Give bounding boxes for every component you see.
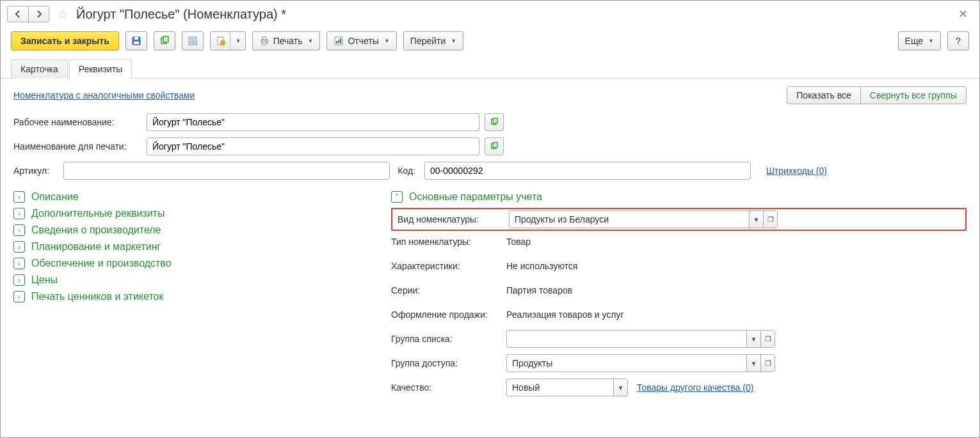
series-value: Партия товаров bbox=[506, 285, 572, 295]
access-group-value: Продукты bbox=[507, 355, 746, 372]
sale-processing-value: Реализация товаров и услуг bbox=[506, 309, 624, 320]
dropdown-button[interactable]: ▼ bbox=[613, 379, 627, 396]
working-name-input[interactable] bbox=[147, 113, 479, 131]
list-button[interactable] bbox=[182, 31, 204, 51]
dropdown-button[interactable]: ▼ bbox=[749, 211, 763, 228]
chevron-right-icon: › bbox=[13, 291, 25, 302]
help-button[interactable]: ? bbox=[947, 31, 969, 51]
open-icon: ❐ bbox=[765, 335, 771, 343]
quality-row: Качество: Новый ▼ Товары другого качеств… bbox=[391, 377, 967, 398]
nav-back-button[interactable] bbox=[8, 6, 28, 22]
list-group-select[interactable]: ▼ ❐ bbox=[506, 330, 775, 348]
arrow-left-icon bbox=[13, 9, 23, 19]
barcodes-link[interactable]: Штрихкоды (0) bbox=[766, 166, 827, 176]
dropdown-button[interactable]: ▼ bbox=[746, 331, 760, 347]
group-print-tags-label: Печать ценников и этикеток bbox=[31, 291, 163, 302]
copy-button[interactable] bbox=[154, 31, 175, 51]
report-icon bbox=[333, 36, 344, 46]
article-code-row: Артикул: Код: Штрихкоды (0) bbox=[13, 162, 967, 180]
nomenclature-kind-label: Вид номенклатуры: bbox=[394, 214, 509, 224]
nomenclature-type-row: Тип номенклатуры: Товар bbox=[391, 231, 967, 253]
nav-forward-button[interactable] bbox=[28, 6, 49, 22]
right-column: ˅ Основные параметры учета Вид номенклат… bbox=[391, 186, 967, 401]
goto-button[interactable]: Перейти ▼ bbox=[403, 31, 463, 51]
copy-icon bbox=[159, 36, 170, 46]
document-plus-icon bbox=[216, 36, 226, 46]
nomenclature-type-label: Тип номенклатуры: bbox=[391, 237, 506, 247]
svg-rect-17 bbox=[336, 41, 337, 43]
nomenclature-kind-row-highlighted: Вид номенклатуры: Продукты из Беларуси ▼… bbox=[391, 208, 967, 231]
working-name-copy-button[interactable] bbox=[485, 113, 504, 131]
quality-value: Новый bbox=[507, 379, 613, 396]
create-based-on-button[interactable]: ▼ bbox=[210, 31, 246, 51]
group-prices-label: Цены bbox=[31, 274, 58, 286]
characteristics-label: Характеристики: bbox=[391, 261, 506, 271]
window-title: Йогурт "Полесье" (Номенклатура) * bbox=[76, 7, 948, 22]
series-row: Серии: Партия товаров bbox=[391, 279, 967, 301]
chevron-right-icon: › bbox=[13, 274, 25, 286]
group-manufacturer-info[interactable]: › Сведения о производителе bbox=[13, 224, 372, 236]
toolbar: Записать и закрыть ▼ Печать ▼ Отчеты ▼ П… bbox=[1, 27, 979, 59]
print-button[interactable]: Печать ▼ bbox=[252, 31, 321, 51]
group-supply-production-label: Обеспечение и производство bbox=[31, 258, 172, 269]
chevron-right-icon: › bbox=[13, 258, 25, 269]
more-button-label: Еще bbox=[905, 36, 924, 46]
group-supply-production[interactable]: › Обеспечение и производство bbox=[13, 258, 372, 269]
similar-properties-link[interactable]: Номенклатура с аналогичными свойствами bbox=[13, 90, 195, 100]
chevron-down-icon: ˅ bbox=[391, 191, 403, 203]
open-button[interactable]: ❐ bbox=[760, 331, 775, 347]
group-manufacturer-info-label: Сведения о производителе bbox=[31, 224, 161, 236]
show-all-button[interactable]: Показать все bbox=[787, 87, 860, 104]
favorite-star-icon[interactable]: ☆ bbox=[54, 6, 71, 22]
svg-rect-19 bbox=[340, 38, 341, 43]
open-button[interactable]: ❐ bbox=[760, 355, 775, 372]
save-button[interactable] bbox=[125, 31, 147, 51]
two-column-area: › Описание › Дополнительные реквизиты › … bbox=[13, 186, 967, 401]
group-description[interactable]: › Описание bbox=[13, 191, 372, 203]
nomenclature-type-value: Товар bbox=[506, 237, 531, 247]
svg-rect-21 bbox=[493, 118, 497, 123]
other-quality-goods-link[interactable]: Товары другого качества (0) bbox=[637, 382, 753, 393]
group-description-label: Описание bbox=[31, 191, 79, 203]
save-and-close-button[interactable]: Записать и закрыть bbox=[11, 31, 119, 51]
svg-rect-15 bbox=[262, 42, 266, 45]
nomenclature-kind-select[interactable]: Продукты из Беларуси ▼ ❐ bbox=[509, 210, 778, 228]
tab-card[interactable]: Карточка bbox=[11, 59, 68, 79]
open-button[interactable]: ❐ bbox=[763, 211, 777, 228]
group-print-tags[interactable]: › Печать ценников и этикеток bbox=[13, 291, 372, 302]
content-top-row: Номенклатура с аналогичными свойствами П… bbox=[13, 86, 967, 104]
reports-button[interactable]: Отчеты ▼ bbox=[326, 31, 396, 51]
tab-requisites[interactable]: Реквизиты bbox=[69, 59, 133, 79]
app-window: ☆ Йогурт "Полесье" (Номенклатура) * ✕ За… bbox=[0, 0, 980, 438]
group-main-accounting-params[interactable]: ˅ Основные параметры учета bbox=[391, 191, 967, 203]
chevron-down-icon: ▼ bbox=[384, 38, 390, 44]
chevron-down-icon: ▼ bbox=[928, 38, 934, 44]
article-input[interactable] bbox=[63, 162, 390, 180]
group-planning-marketing[interactable]: › Планирование и маркетинг bbox=[13, 241, 372, 253]
chevron-right-icon: › bbox=[13, 191, 25, 203]
chevron-down-icon: ▼ bbox=[308, 38, 314, 44]
quality-select[interactable]: Новый ▼ bbox=[506, 379, 628, 396]
nomenclature-kind-value: Продукты из Беларуси bbox=[510, 211, 749, 228]
group-additional-requisites[interactable]: › Дополнительные реквизиты bbox=[13, 208, 372, 219]
print-name-input[interactable] bbox=[147, 137, 479, 155]
group-main-accounting-params-label: Основные параметры учета bbox=[409, 191, 542, 203]
list-group-row: Группа списка: ▼ ❐ bbox=[391, 328, 967, 350]
more-button[interactable]: Еще ▼ bbox=[898, 31, 941, 51]
svg-rect-23 bbox=[493, 143, 497, 148]
list-group-label: Группа списка: bbox=[391, 334, 506, 344]
article-label: Артикул: bbox=[13, 166, 58, 176]
dropdown-button[interactable]: ▼ bbox=[746, 355, 760, 372]
svg-rect-4 bbox=[163, 36, 168, 42]
collapse-all-button[interactable]: Свернуть все группы bbox=[860, 87, 966, 104]
group-planning-marketing-label: Планирование и маркетинг bbox=[31, 241, 161, 253]
close-button[interactable]: ✕ bbox=[953, 7, 973, 21]
print-name-label: Наименование для печати: bbox=[13, 141, 141, 152]
chevron-down-icon: ▼ bbox=[451, 38, 456, 44]
group-additional-requisites-label: Дополнительные реквизиты bbox=[31, 208, 165, 219]
print-name-copy-button[interactable] bbox=[485, 137, 504, 155]
group-prices[interactable]: › Цены bbox=[13, 274, 372, 286]
goto-button-label: Перейти bbox=[410, 36, 446, 46]
access-group-select[interactable]: Продукты ▼ ❐ bbox=[506, 354, 775, 372]
code-input[interactable] bbox=[424, 162, 751, 180]
